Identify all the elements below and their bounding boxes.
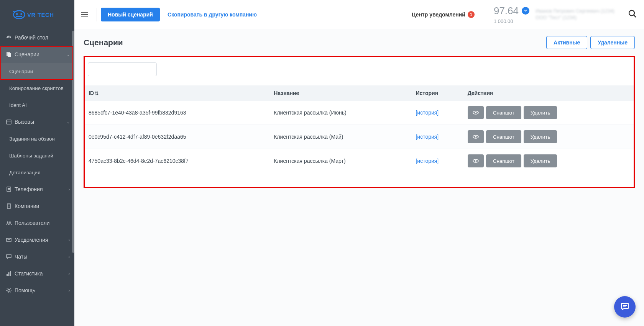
view-button[interactable] bbox=[468, 154, 484, 167]
menu-toggle-icon[interactable] bbox=[80, 10, 89, 19]
history-link[interactable]: [история] bbox=[416, 110, 439, 116]
sidebar-item-label: Помощь bbox=[15, 287, 35, 293]
phone-icon bbox=[3, 186, 15, 192]
sidebar-item-7[interactable]: Шаблоны заданий bbox=[0, 147, 74, 164]
delete-button[interactable]: Удалить bbox=[524, 130, 557, 143]
sidebar-item-label: Вызовы bbox=[15, 119, 34, 125]
cell-id: 4750ac33-8b2c-46d4-8e2d-7ac6210c38f7 bbox=[85, 149, 270, 173]
sidebar-item-2[interactable]: Сценарии bbox=[0, 63, 74, 80]
history-link[interactable]: [история] bbox=[416, 158, 439, 164]
eye-icon bbox=[472, 109, 479, 116]
dashboard-icon bbox=[3, 34, 15, 41]
svg-point-30 bbox=[475, 112, 476, 113]
chat-icon bbox=[3, 254, 15, 260]
divider bbox=[620, 8, 620, 21]
page-header: Сценарии Активные Удаленные bbox=[74, 29, 644, 56]
snapshot-button[interactable]: Снапшот bbox=[486, 154, 521, 167]
scenarios-table: ID⇅ Название История Действия 8685cfc7-1… bbox=[85, 85, 634, 173]
sidebar-item-5[interactable]: Вызовы⌄ bbox=[0, 113, 74, 130]
sidebar-item-15[interactable]: Помощь› bbox=[0, 282, 74, 299]
col-header-name[interactable]: Название bbox=[270, 85, 412, 101]
svg-rect-25 bbox=[10, 271, 11, 276]
chevron-down-icon[interactable] bbox=[522, 7, 529, 15]
cell-name: Клиентская рассылка (Май) bbox=[270, 125, 412, 149]
history-link[interactable]: [история] bbox=[416, 134, 439, 140]
tab-deleted[interactable]: Удаленные bbox=[590, 36, 635, 49]
notification-center-link[interactable]: Центр уведомлений 1 bbox=[412, 11, 475, 18]
svg-point-26 bbox=[8, 289, 10, 292]
svg-rect-24 bbox=[8, 272, 10, 276]
chat-fab[interactable] bbox=[614, 296, 636, 318]
svg-point-27 bbox=[629, 10, 634, 16]
logo[interactable]: VR TECH bbox=[0, 0, 74, 29]
chat-icon bbox=[620, 302, 630, 312]
view-button[interactable] bbox=[468, 106, 484, 119]
svg-point-21 bbox=[9, 221, 11, 223]
chevron-right-icon: › bbox=[69, 255, 70, 259]
snapshot-button[interactable]: Снапшот bbox=[486, 130, 521, 143]
cell-id: 0e0c95d7-c412-4df7-af89-0e632f2daa65 bbox=[85, 125, 270, 149]
col-header-history[interactable]: История bbox=[412, 85, 463, 101]
cell-name: Клиентская рассылка (Июнь) bbox=[270, 101, 412, 125]
filter-input[interactable] bbox=[88, 62, 157, 76]
sidebar-item-14[interactable]: Статистика› bbox=[0, 265, 74, 282]
chevron-down-icon: ⌄ bbox=[67, 120, 70, 124]
col-header-id[interactable]: ID⇅ bbox=[85, 85, 270, 101]
search-icon[interactable] bbox=[628, 9, 639, 20]
sidebar-item-1[interactable]: Сценарии⌄ bbox=[0, 46, 74, 63]
sidebar-item-10[interactable]: Компании bbox=[0, 198, 74, 215]
mail-icon bbox=[3, 237, 15, 243]
tab-active[interactable]: Активные bbox=[546, 36, 587, 49]
snapshot-button[interactable]: Снапшот bbox=[486, 106, 521, 119]
table-row: 0e0c95d7-c412-4df7-af89-0e632f2daa65Клие… bbox=[85, 125, 634, 149]
content-wrap: ID⇅ Название История Действия 8685cfc7-1… bbox=[74, 56, 644, 197]
cog-icon bbox=[3, 287, 15, 293]
sidebar-item-label: Задания на обзвон bbox=[9, 136, 55, 142]
svg-point-20 bbox=[7, 221, 8, 223]
copy-to-company-button[interactable]: Скопировать в другую компанию bbox=[168, 11, 257, 18]
sidebar-item-13[interactable]: Чаты› bbox=[0, 248, 74, 265]
chevron-right-icon: › bbox=[69, 187, 70, 192]
sidebar-item-label: Детализация bbox=[9, 170, 40, 175]
sidebar-item-9[interactable]: Телефония› bbox=[0, 181, 74, 198]
svg-rect-17 bbox=[9, 205, 10, 205]
svg-rect-11 bbox=[7, 120, 11, 124]
sidebar-item-0[interactable]: Рабочий стол bbox=[0, 29, 74, 46]
sidebar-item-6[interactable]: Задания на обзвон bbox=[0, 130, 74, 147]
user-info[interactable]: Иванов Петрович Сергеевич (1234) ООО "Те… bbox=[536, 8, 616, 21]
sidebar-item-label: Сценарии bbox=[15, 51, 39, 57]
svg-point-0 bbox=[13, 10, 25, 18]
sidebar-item-11[interactable]: Пользователи bbox=[0, 215, 74, 231]
chevron-right-icon: › bbox=[69, 272, 70, 276]
balance-block[interactable]: 97.64 1 000.00 bbox=[494, 5, 529, 24]
svg-text:VR TECH: VR TECH bbox=[27, 12, 54, 18]
sidebar-item-12[interactable]: Уведомления› bbox=[0, 231, 74, 248]
cell-id: 8685cfc7-1e40-43a8-a35f-99fb832d9163 bbox=[85, 101, 270, 125]
table-row: 8685cfc7-1e40-43a8-a35f-99fb832d9163Клие… bbox=[85, 101, 634, 125]
sidebar-item-8[interactable]: Детализация bbox=[0, 164, 74, 181]
divider bbox=[97, 8, 97, 21]
chevron-right-icon: › bbox=[69, 238, 70, 242]
sidebar-item-label: Ident AI bbox=[9, 102, 27, 108]
scripts-icon bbox=[3, 51, 15, 57]
svg-point-32 bbox=[475, 136, 476, 138]
sidebar-item-label: Копирование скриптов bbox=[9, 85, 64, 91]
svg-rect-10 bbox=[8, 53, 11, 57]
scenarios-panel: ID⇅ Название История Действия 8685cfc7-1… bbox=[84, 56, 635, 188]
sidebar-item-label: Пользователи bbox=[15, 220, 49, 226]
calendar-icon bbox=[3, 119, 15, 125]
sidebar-item-3[interactable]: Копирование скриптов bbox=[0, 80, 74, 97]
sidebar-item-4[interactable]: Ident AI bbox=[0, 97, 74, 113]
topbar: Новый сценарий Скопировать в другую комп… bbox=[74, 0, 644, 29]
new-scenario-button[interactable]: Новый сценарий bbox=[101, 8, 160, 21]
delete-button[interactable]: Удалить bbox=[524, 106, 557, 119]
balance-sub-value: 1 000.00 bbox=[494, 18, 529, 24]
sidebar-item-label: Телефония bbox=[15, 186, 43, 192]
delete-button[interactable]: Удалить bbox=[524, 154, 557, 167]
view-button[interactable] bbox=[468, 130, 484, 143]
svg-rect-19 bbox=[9, 206, 10, 206]
sidebar-item-label: Чаты bbox=[15, 254, 27, 260]
balance-value: 97.64 bbox=[494, 5, 519, 17]
sidebar: VR TECH Рабочий столСценарии⌄СценарииКоп… bbox=[0, 0, 74, 326]
chevron-down-icon: ⌄ bbox=[67, 52, 70, 57]
